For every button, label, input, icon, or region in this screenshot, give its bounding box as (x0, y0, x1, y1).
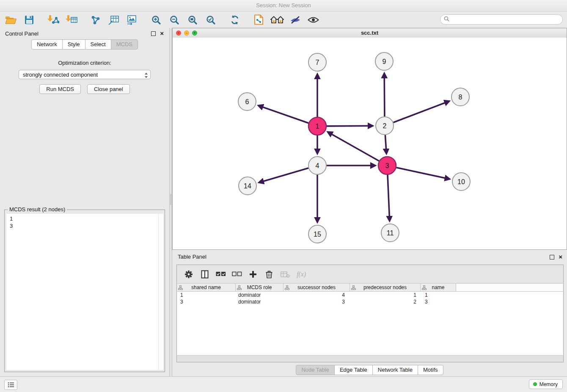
tab-node-table[interactable]: Node Table (296, 365, 335, 375)
node-table-body: 1dominator4113dominator323 (177, 292, 563, 305)
save-icon[interactable] (20, 13, 38, 27)
float-table-panel-icon[interactable] (550, 255, 554, 259)
delete-row-icon[interactable] (261, 268, 277, 281)
tab-network-table[interactable]: Network Table (372, 365, 418, 375)
network-table-icon[interactable] (105, 13, 123, 27)
splitter-grip[interactable] (170, 194, 171, 205)
table-cell-shared_name[interactable]: 1 (177, 292, 236, 298)
column-header-label: shared name (191, 284, 221, 290)
graph-edge-3-1[interactable] (328, 132, 379, 161)
import-network-icon[interactable] (44, 13, 62, 27)
table-row[interactable]: 3dominator323 (177, 298, 563, 305)
table-cell-mcds_role[interactable]: dominator (236, 292, 284, 298)
memory-label: Memory (539, 381, 558, 387)
node-table-header: shared nameMCDS rolesuccessor nodesprede… (177, 284, 563, 292)
table-cell-successor_nodes[interactable]: 3 (284, 298, 350, 305)
run-mcds-button[interactable]: Run MCDS (39, 84, 81, 94)
tab-mcds[interactable]: MCDS (111, 39, 138, 50)
graph-edge-3-10[interactable] (396, 168, 449, 179)
table-cell-predecessor_nodes[interactable]: 1 (350, 292, 421, 298)
zoom-in-icon[interactable] (147, 13, 165, 27)
search-box[interactable] (440, 14, 563, 25)
close-traffic-light[interactable]: × (176, 30, 181, 36)
column-header-label: successor nodes (297, 284, 336, 290)
zoom-selected-icon[interactable] (201, 13, 220, 27)
column-header-shared-name[interactable]: shared name (177, 284, 236, 292)
mcds-result-title: MCDS result (2 nodes) (8, 206, 67, 213)
zoom-out-icon[interactable] (165, 13, 183, 27)
search-input[interactable] (451, 16, 559, 23)
import-table-icon[interactable] (62, 13, 80, 27)
deselect-checkboxes-icon[interactable] (229, 268, 245, 281)
add-row-icon[interactable] (245, 268, 261, 281)
table-cell-name[interactable]: 3 (421, 298, 456, 305)
refresh-icon[interactable] (226, 13, 244, 27)
window-title: Session: New Session (256, 2, 311, 8)
graph-edge-1-6[interactable] (259, 106, 308, 123)
hide-annotations-icon[interactable] (286, 13, 304, 27)
graph-node-label: 9 (383, 58, 386, 65)
task-history-button[interactable] (4, 380, 17, 390)
network-icon[interactable] (86, 13, 105, 27)
home-network-icon[interactable] (268, 13, 286, 27)
table-cell-successor_nodes[interactable]: 4 (284, 292, 350, 298)
title-bar[interactable]: Session: New Session (0, 0, 567, 11)
table-bottom-strip (177, 355, 563, 362)
close-panel-button[interactable]: Close panel (87, 84, 130, 94)
network-window-title: scc.txt (361, 30, 378, 36)
select-all-checkboxes-icon[interactable] (213, 268, 229, 281)
table-cell-mcds_role[interactable]: dominator (236, 298, 284, 305)
tab-network[interactable]: Network (31, 39, 63, 50)
tab-motifs[interactable]: Motifs (418, 365, 443, 375)
export-image-icon[interactable] (123, 13, 141, 27)
minimize-traffic-light[interactable]: − (184, 30, 189, 36)
table-cell-predecessor_nodes[interactable]: 2 (350, 298, 421, 305)
function-builder-icon[interactable]: f(x) (293, 268, 309, 281)
graph-edge-4-14[interactable] (259, 168, 308, 182)
network-window-titlebar[interactable]: × − + scc.txt (173, 28, 567, 38)
graph-edge-2-8[interactable] (394, 101, 449, 122)
table-cell-shared_name[interactable]: 3 (177, 298, 236, 305)
graph-edge-2-9[interactable] (384, 74, 385, 116)
memory-button[interactable]: Memory (529, 379, 563, 389)
table-row[interactable]: 1dominator411 (177, 292, 563, 298)
column-select-icon[interactable] (197, 268, 213, 281)
node-table-container: f(x) shared nameMCDS rolesuccessor nodes… (176, 265, 564, 362)
graph-edge-3-11[interactable] (388, 175, 390, 221)
column-header-MCDS-role[interactable]: MCDS role (236, 284, 284, 292)
zoom-traffic-light[interactable]: + (192, 30, 197, 36)
float-panel-icon[interactable] (151, 31, 156, 36)
result-item[interactable]: 1 (6, 215, 159, 222)
search-icon (444, 16, 449, 23)
tab-edge-table[interactable]: Edge Table (334, 365, 373, 375)
column-edit-icon (422, 285, 427, 290)
graph-node-label: 1 (316, 123, 319, 130)
graph-node-label: 10 (457, 178, 465, 185)
tab-style[interactable]: Style (62, 39, 85, 50)
column-header-successor-nodes[interactable]: successor nodes (284, 284, 350, 292)
close-panel-icon[interactable]: × (160, 30, 164, 37)
graph-node-label: 7 (316, 59, 319, 66)
graph-edge-1-2[interactable] (327, 126, 372, 126)
network-canvas[interactable]: 7968124314101511 (173, 38, 567, 249)
open-folder-icon[interactable] (2, 13, 20, 27)
graph-edge-2-3[interactable] (385, 135, 386, 153)
result-item[interactable]: 3 (6, 222, 159, 229)
criterion-dropdown[interactable]: strongly connected component (19, 70, 151, 79)
column-header-predecessor-nodes[interactable]: predecessor nodes (350, 284, 421, 292)
control-panel-header: Control Panel × (0, 28, 169, 39)
settings-gear-icon[interactable] (181, 268, 197, 281)
show-eye-icon[interactable] (304, 13, 322, 27)
table-cell-name[interactable]: 1 (421, 292, 456, 298)
graph-node-label: 2 (383, 122, 387, 130)
graph-node-label: 15 (314, 231, 321, 238)
close-table-panel-icon[interactable]: × (559, 253, 562, 261)
zoom-fit-icon[interactable] (183, 13, 201, 27)
tab-select[interactable]: Select (85, 39, 111, 50)
column-edit-icon (178, 285, 183, 290)
column-header-name[interactable]: name (421, 284, 456, 292)
result-scrollbar[interactable] (158, 214, 163, 370)
layout-document-icon[interactable] (250, 13, 268, 27)
delete-table-icon[interactable] (277, 268, 293, 281)
control-panel-title: Control Panel (5, 30, 39, 37)
